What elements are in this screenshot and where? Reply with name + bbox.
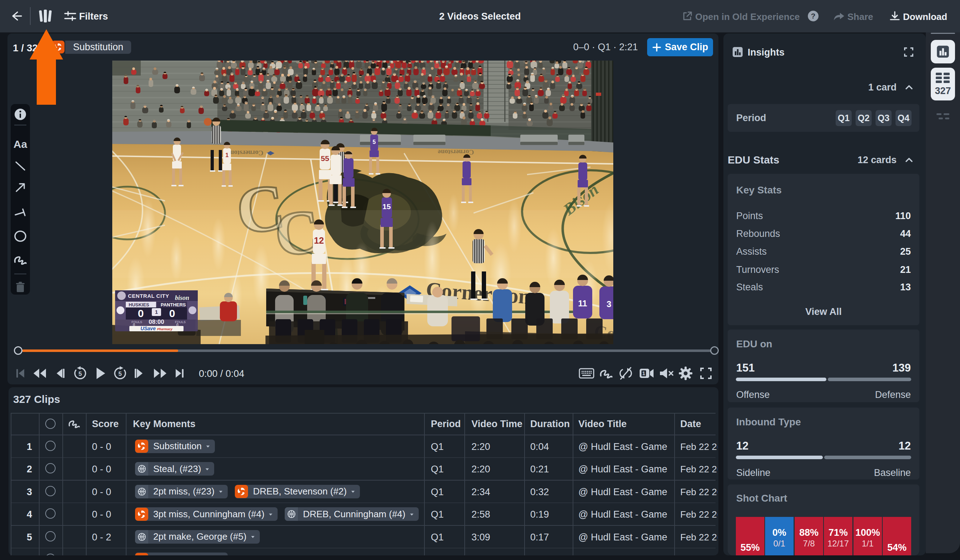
svg-text:CENTRAL CITY: CENTRAL CITY <box>128 293 169 299</box>
svg-text:?: ? <box>811 12 816 20</box>
svg-text:15: 15 <box>382 202 391 211</box>
svg-text:3: 3 <box>606 299 611 309</box>
svg-text:1: 1 <box>155 309 158 315</box>
svg-text:PANTHERS: PANTHERS <box>161 302 186 307</box>
svg-text:5: 5 <box>118 371 122 377</box>
svg-text:0: 0 <box>138 307 144 319</box>
svg-text:5: 5 <box>373 139 376 145</box>
svg-text:12: 12 <box>314 235 324 245</box>
svg-text:5: 5 <box>78 371 82 377</box>
svg-text:Cornerstone: Cornerstone <box>227 149 263 157</box>
svg-text:bison: bison <box>175 294 189 301</box>
svg-text:HUSKIES: HUSKIES <box>129 302 149 307</box>
svg-text:08:00: 08:00 <box>149 318 164 325</box>
svg-text:0: 0 <box>169 307 175 319</box>
svg-text:55: 55 <box>321 154 329 162</box>
svg-text:11: 11 <box>578 299 587 308</box>
svg-text:1: 1 <box>226 152 229 158</box>
svg-text:1: 1 <box>642 370 645 376</box>
